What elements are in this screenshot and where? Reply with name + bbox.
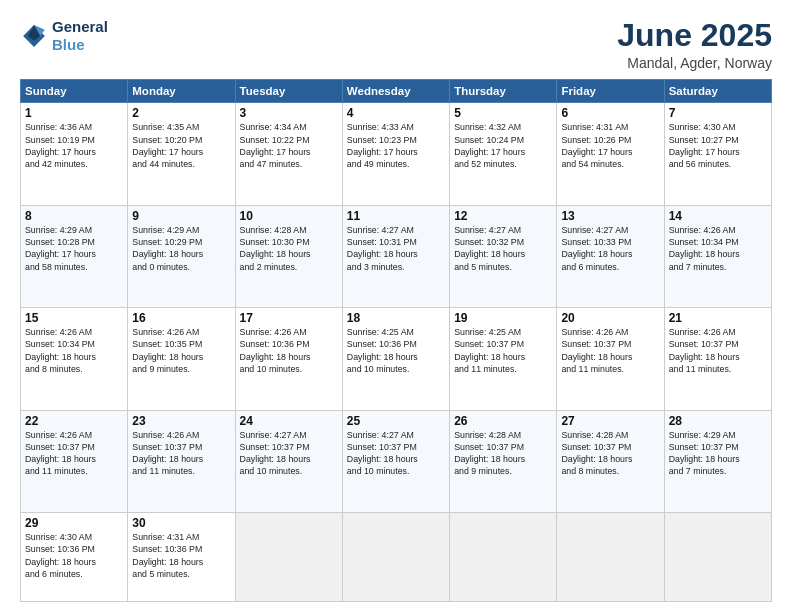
- cell-details: Sunrise: 4:36 AMSunset: 10:19 PMDaylight…: [25, 121, 123, 170]
- calendar-cell: 4Sunrise: 4:33 AMSunset: 10:23 PMDayligh…: [342, 103, 449, 205]
- cell-details: Sunrise: 4:34 AMSunset: 10:22 PMDaylight…: [240, 121, 338, 170]
- day-number: 24: [240, 414, 338, 428]
- calendar-day-header: Saturday: [664, 80, 771, 103]
- calendar-cell: 17Sunrise: 4:26 AMSunset: 10:36 PMDaylig…: [235, 308, 342, 410]
- cell-details: Sunrise: 4:30 AMSunset: 10:27 PMDaylight…: [669, 121, 767, 170]
- calendar-cell: [557, 512, 664, 601]
- day-number: 22: [25, 414, 123, 428]
- cell-details: Sunrise: 4:26 AMSunset: 10:34 PMDaylight…: [669, 224, 767, 273]
- calendar-cell: 6Sunrise: 4:31 AMSunset: 10:26 PMDayligh…: [557, 103, 664, 205]
- cell-details: Sunrise: 4:35 AMSunset: 10:20 PMDaylight…: [132, 121, 230, 170]
- calendar-body: 1Sunrise: 4:36 AMSunset: 10:19 PMDayligh…: [21, 103, 772, 602]
- cell-details: Sunrise: 4:26 AMSunset: 10:35 PMDaylight…: [132, 326, 230, 375]
- day-number: 30: [132, 516, 230, 530]
- cell-details: Sunrise: 4:31 AMSunset: 10:36 PMDaylight…: [132, 531, 230, 580]
- cell-details: Sunrise: 4:29 AMSunset: 10:29 PMDaylight…: [132, 224, 230, 273]
- cell-details: Sunrise: 4:32 AMSunset: 10:24 PMDaylight…: [454, 121, 552, 170]
- day-number: 28: [669, 414, 767, 428]
- calendar-cell: 13Sunrise: 4:27 AMSunset: 10:33 PMDaylig…: [557, 205, 664, 307]
- day-number: 1: [25, 106, 123, 120]
- calendar-cell: 15Sunrise: 4:26 AMSunset: 10:34 PMDaylig…: [21, 308, 128, 410]
- cell-details: Sunrise: 4:27 AMSunset: 10:33 PMDaylight…: [561, 224, 659, 273]
- cell-details: Sunrise: 4:29 AMSunset: 10:28 PMDaylight…: [25, 224, 123, 273]
- cell-details: Sunrise: 4:28 AMSunset: 10:30 PMDaylight…: [240, 224, 338, 273]
- day-number: 26: [454, 414, 552, 428]
- day-number: 29: [25, 516, 123, 530]
- logo-text: General Blue: [52, 18, 108, 54]
- cell-details: Sunrise: 4:30 AMSunset: 10:36 PMDaylight…: [25, 531, 123, 580]
- calendar-cell: 20Sunrise: 4:26 AMSunset: 10:37 PMDaylig…: [557, 308, 664, 410]
- calendar-cell: 21Sunrise: 4:26 AMSunset: 10:37 PMDaylig…: [664, 308, 771, 410]
- day-number: 27: [561, 414, 659, 428]
- calendar-day-header: Tuesday: [235, 80, 342, 103]
- cell-details: Sunrise: 4:27 AMSunset: 10:32 PMDaylight…: [454, 224, 552, 273]
- calendar-cell: 3Sunrise: 4:34 AMSunset: 10:22 PMDayligh…: [235, 103, 342, 205]
- calendar-day-header: Sunday: [21, 80, 128, 103]
- calendar-cell: 30Sunrise: 4:31 AMSunset: 10:36 PMDaylig…: [128, 512, 235, 601]
- cell-details: Sunrise: 4:27 AMSunset: 10:31 PMDaylight…: [347, 224, 445, 273]
- calendar-cell: 26Sunrise: 4:28 AMSunset: 10:37 PMDaylig…: [450, 410, 557, 512]
- calendar-cell: 12Sunrise: 4:27 AMSunset: 10:32 PMDaylig…: [450, 205, 557, 307]
- cell-details: Sunrise: 4:27 AMSunset: 10:37 PMDaylight…: [347, 429, 445, 478]
- month-title: June 2025: [617, 18, 772, 53]
- cell-details: Sunrise: 4:28 AMSunset: 10:37 PMDaylight…: [454, 429, 552, 478]
- calendar-cell: 9Sunrise: 4:29 AMSunset: 10:29 PMDayligh…: [128, 205, 235, 307]
- calendar-cell: 24Sunrise: 4:27 AMSunset: 10:37 PMDaylig…: [235, 410, 342, 512]
- day-number: 14: [669, 209, 767, 223]
- day-number: 5: [454, 106, 552, 120]
- location-title: Mandal, Agder, Norway: [617, 55, 772, 71]
- cell-details: Sunrise: 4:26 AMSunset: 10:36 PMDaylight…: [240, 326, 338, 375]
- calendar-cell: [235, 512, 342, 601]
- cell-details: Sunrise: 4:29 AMSunset: 10:37 PMDaylight…: [669, 429, 767, 478]
- calendar-cell: 2Sunrise: 4:35 AMSunset: 10:20 PMDayligh…: [128, 103, 235, 205]
- calendar-header-row: SundayMondayTuesdayWednesdayThursdayFrid…: [21, 80, 772, 103]
- cell-details: Sunrise: 4:25 AMSunset: 10:37 PMDaylight…: [454, 326, 552, 375]
- day-number: 10: [240, 209, 338, 223]
- calendar-day-header: Monday: [128, 80, 235, 103]
- day-number: 2: [132, 106, 230, 120]
- calendar-day-header: Friday: [557, 80, 664, 103]
- calendar-cell: 16Sunrise: 4:26 AMSunset: 10:35 PMDaylig…: [128, 308, 235, 410]
- day-number: 16: [132, 311, 230, 325]
- calendar-cell: 18Sunrise: 4:25 AMSunset: 10:36 PMDaylig…: [342, 308, 449, 410]
- calendar-cell: 7Sunrise: 4:30 AMSunset: 10:27 PMDayligh…: [664, 103, 771, 205]
- calendar-cell: [450, 512, 557, 601]
- cell-details: Sunrise: 4:26 AMSunset: 10:37 PMDaylight…: [25, 429, 123, 478]
- calendar-cell: 29Sunrise: 4:30 AMSunset: 10:36 PMDaylig…: [21, 512, 128, 601]
- calendar-cell: 14Sunrise: 4:26 AMSunset: 10:34 PMDaylig…: [664, 205, 771, 307]
- calendar-cell: 8Sunrise: 4:29 AMSunset: 10:28 PMDayligh…: [21, 205, 128, 307]
- calendar-cell: 1Sunrise: 4:36 AMSunset: 10:19 PMDayligh…: [21, 103, 128, 205]
- day-number: 6: [561, 106, 659, 120]
- page: General Blue June 2025 Mandal, Agder, No…: [0, 0, 792, 612]
- calendar-cell: 25Sunrise: 4:27 AMSunset: 10:37 PMDaylig…: [342, 410, 449, 512]
- calendar-day-header: Wednesday: [342, 80, 449, 103]
- calendar-cell: 19Sunrise: 4:25 AMSunset: 10:37 PMDaylig…: [450, 308, 557, 410]
- logo-icon: [20, 22, 48, 50]
- day-number: 15: [25, 311, 123, 325]
- calendar-table: SundayMondayTuesdayWednesdayThursdayFrid…: [20, 79, 772, 602]
- day-number: 21: [669, 311, 767, 325]
- calendar-cell: 28Sunrise: 4:29 AMSunset: 10:37 PMDaylig…: [664, 410, 771, 512]
- cell-details: Sunrise: 4:26 AMSunset: 10:37 PMDaylight…: [669, 326, 767, 375]
- day-number: 19: [454, 311, 552, 325]
- calendar-day-header: Thursday: [450, 80, 557, 103]
- cell-details: Sunrise: 4:31 AMSunset: 10:26 PMDaylight…: [561, 121, 659, 170]
- cell-details: Sunrise: 4:27 AMSunset: 10:37 PMDaylight…: [240, 429, 338, 478]
- cell-details: Sunrise: 4:26 AMSunset: 10:37 PMDaylight…: [132, 429, 230, 478]
- day-number: 8: [25, 209, 123, 223]
- day-number: 25: [347, 414, 445, 428]
- day-number: 4: [347, 106, 445, 120]
- calendar-cell: 11Sunrise: 4:27 AMSunset: 10:31 PMDaylig…: [342, 205, 449, 307]
- title-block: June 2025 Mandal, Agder, Norway: [617, 18, 772, 71]
- day-number: 23: [132, 414, 230, 428]
- calendar-cell: 10Sunrise: 4:28 AMSunset: 10:30 PMDaylig…: [235, 205, 342, 307]
- cell-details: Sunrise: 4:25 AMSunset: 10:36 PMDaylight…: [347, 326, 445, 375]
- cell-details: Sunrise: 4:26 AMSunset: 10:34 PMDaylight…: [25, 326, 123, 375]
- calendar-cell: 23Sunrise: 4:26 AMSunset: 10:37 PMDaylig…: [128, 410, 235, 512]
- calendar-cell: [342, 512, 449, 601]
- cell-details: Sunrise: 4:26 AMSunset: 10:37 PMDaylight…: [561, 326, 659, 375]
- day-number: 13: [561, 209, 659, 223]
- header: General Blue June 2025 Mandal, Agder, No…: [20, 18, 772, 71]
- day-number: 17: [240, 311, 338, 325]
- day-number: 11: [347, 209, 445, 223]
